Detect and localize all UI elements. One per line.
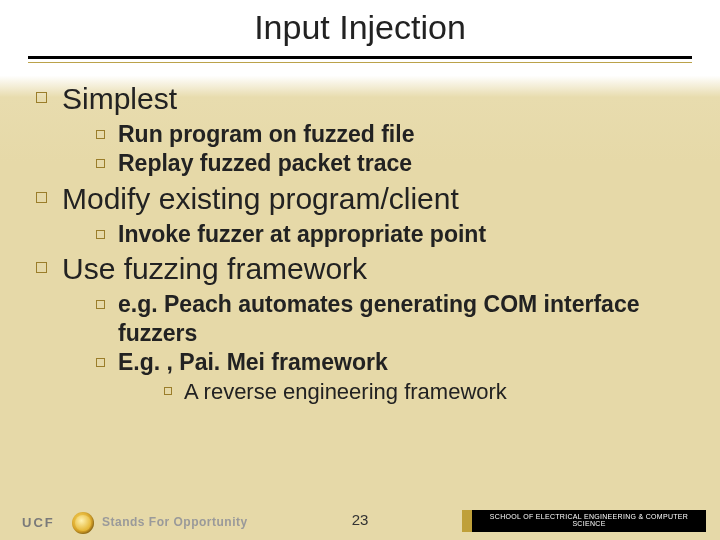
bullet-l1: Modify existing program/client [28,180,692,218]
title-rule-thick [28,56,692,59]
slide: Input Injection Simplest Run program on … [0,0,720,540]
slide-footer: UCF Stands For Opportunity 23 SCHOOL OF … [0,500,720,540]
dept-accent [462,510,472,532]
bullet-l1: Use fuzzing framework [28,250,692,288]
dept-text: SCHOOL OF ELECTRICAL ENGINEERING & COMPU… [478,513,700,527]
bullet-l2: e.g. Peach automates generating COM inte… [88,290,692,348]
bullet-l2: E.g. , Pai. Mei framework [88,348,692,377]
bullet-l2: Replay fuzzed packet trace [88,149,692,178]
bullet-l1: Simplest [28,80,692,118]
bullet-l2: Run program on fuzzed file [88,120,692,149]
slide-title: Input Injection [0,8,720,47]
bullet-l3: A reverse engineering framework [158,378,692,406]
slide-content: Simplest Run program on fuzzed file Repl… [28,78,692,407]
bullet-l2: Invoke fuzzer at appropriate point [88,220,692,249]
title-rule-thin [28,62,692,63]
